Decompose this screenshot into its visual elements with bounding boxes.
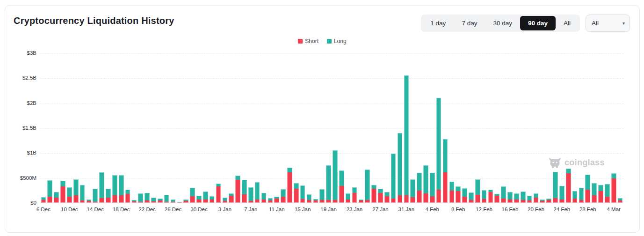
bar-1-mar[interactable] (592, 53, 597, 203)
bar-12-dec[interactable] (80, 53, 85, 203)
bar-20-feb[interactable] (534, 53, 539, 203)
bar-22-jan[interactable] (346, 53, 351, 203)
bar-3-mar[interactable] (605, 53, 610, 203)
bar-26-dec[interactable] (171, 53, 176, 203)
bar-29-dec[interactable] (190, 53, 195, 203)
bar-22-dec[interactable] (145, 53, 150, 203)
bar-18-dec[interactable] (119, 53, 124, 203)
bar-28-jan[interactable] (384, 53, 390, 203)
legend-item-long[interactable]: Long (327, 38, 347, 44)
bar-10-feb[interactable] (469, 53, 474, 203)
bar-25-dec[interactable] (164, 53, 169, 203)
bar-31-jan[interactable] (404, 53, 409, 203)
bar-23-dec[interactable] (151, 53, 156, 203)
bar-15-jan[interactable] (300, 53, 305, 203)
bar-30-jan[interactable] (398, 53, 403, 203)
coin-filter-dropdown[interactable]: All ▾ (586, 15, 630, 32)
bar-16-feb[interactable] (507, 53, 513, 203)
bar-1-jan[interactable] (210, 53, 215, 203)
bar-7-jan[interactable] (248, 53, 253, 203)
range-button-7-day[interactable]: 7 day (454, 16, 485, 30)
bar-5-mar[interactable] (618, 53, 623, 203)
bar-16-jan[interactable] (307, 53, 312, 203)
bar-17-feb[interactable] (514, 53, 519, 203)
bar-10-dec[interactable] (67, 53, 72, 203)
bar-15-dec[interactable] (99, 53, 104, 203)
bar-23-jan[interactable] (352, 53, 357, 203)
bar-23-feb[interactable] (553, 53, 558, 203)
bar-24-dec[interactable] (158, 53, 163, 203)
bar-29-jan[interactable] (391, 53, 396, 203)
bar-10-jan[interactable] (268, 53, 273, 203)
bar-14-dec[interactable] (93, 53, 98, 203)
bar-6-dec[interactable] (41, 53, 46, 203)
bar-30-dec[interactable] (196, 53, 202, 203)
bar-24-feb[interactable] (559, 53, 564, 203)
bar-11-feb[interactable] (475, 53, 480, 203)
bar-25-jan[interactable] (365, 53, 370, 203)
bar-2-jan[interactable] (216, 53, 221, 203)
bar-26-feb[interactable] (572, 53, 578, 203)
bar-13-dec[interactable] (87, 53, 92, 203)
bar-17-dec[interactable] (112, 53, 117, 203)
bar-2-mar[interactable] (598, 53, 603, 203)
bar-31-dec[interactable] (203, 53, 208, 203)
bar-12-feb[interactable] (482, 53, 487, 203)
bar-19-dec[interactable] (125, 53, 130, 203)
bar-24-jan[interactable] (359, 53, 364, 203)
bar-11-jan[interactable] (274, 53, 279, 203)
bar-19-feb[interactable] (527, 53, 532, 203)
bar-28-dec[interactable] (183, 53, 188, 203)
bar-17-jan[interactable] (313, 53, 318, 203)
bar-18-jan[interactable] (319, 53, 325, 203)
bar-27-dec[interactable] (177, 53, 182, 203)
bar-19-jan[interactable] (326, 53, 331, 203)
bar-14-feb[interactable] (494, 53, 499, 203)
bar-6-feb[interactable] (443, 53, 448, 203)
long-segment (47, 180, 52, 197)
bar-11-dec[interactable] (73, 53, 79, 203)
bar-16-dec[interactable] (106, 53, 111, 203)
bar-21-dec[interactable] (138, 53, 143, 203)
bar-3-feb[interactable] (423, 53, 428, 203)
bar-2-feb[interactable] (417, 53, 422, 203)
bar-9-jan[interactable] (261, 53, 267, 203)
bar-9-feb[interactable] (462, 53, 467, 203)
bar-3-jan[interactable] (223, 53, 228, 203)
bar-22-feb[interactable] (546, 53, 551, 203)
range-button-30-day[interactable]: 30 day (485, 16, 520, 30)
short-segment (443, 172, 448, 203)
bar-7-dec[interactable] (47, 53, 52, 203)
bar-6-jan[interactable] (242, 53, 247, 203)
bar-27-jan[interactable] (378, 53, 383, 203)
range-button-1-day[interactable]: 1 day (422, 16, 454, 30)
range-button-all[interactable]: All (556, 16, 579, 30)
bar-4-mar[interactable] (611, 53, 616, 203)
bar-7-feb[interactable] (449, 53, 455, 203)
bar-18-feb[interactable] (521, 53, 526, 203)
bar-9-dec[interactable] (60, 53, 65, 203)
bar-26-jan[interactable] (371, 53, 376, 203)
range-button-90-day[interactable]: 90 day (520, 16, 556, 30)
bar-21-feb[interactable] (540, 53, 545, 203)
bar-28-feb[interactable] (585, 53, 590, 203)
bar-20-jan[interactable] (333, 53, 338, 203)
bar-5-jan[interactable] (235, 53, 240, 203)
bar-12-jan[interactable] (281, 53, 286, 203)
bar-21-jan[interactable] (339, 53, 344, 203)
bar-13-jan[interactable] (287, 53, 292, 203)
bar-14-jan[interactable] (294, 53, 299, 203)
bar-8-jan[interactable] (255, 53, 260, 203)
bar-5-feb[interactable] (436, 53, 441, 203)
bar-27-feb[interactable] (579, 53, 584, 203)
bar-8-feb[interactable] (456, 53, 461, 203)
bar-13-feb[interactable] (488, 53, 493, 203)
bar-8-dec[interactable] (54, 53, 59, 203)
bar-4-jan[interactable] (229, 53, 234, 203)
bar-15-feb[interactable] (501, 53, 506, 203)
bar-1-feb[interactable] (410, 53, 415, 203)
legend-item-short[interactable]: Short (298, 38, 318, 44)
bar-20-dec[interactable] (132, 53, 137, 203)
bar-25-feb[interactable] (566, 53, 571, 203)
bar-4-feb[interactable] (430, 53, 435, 203)
